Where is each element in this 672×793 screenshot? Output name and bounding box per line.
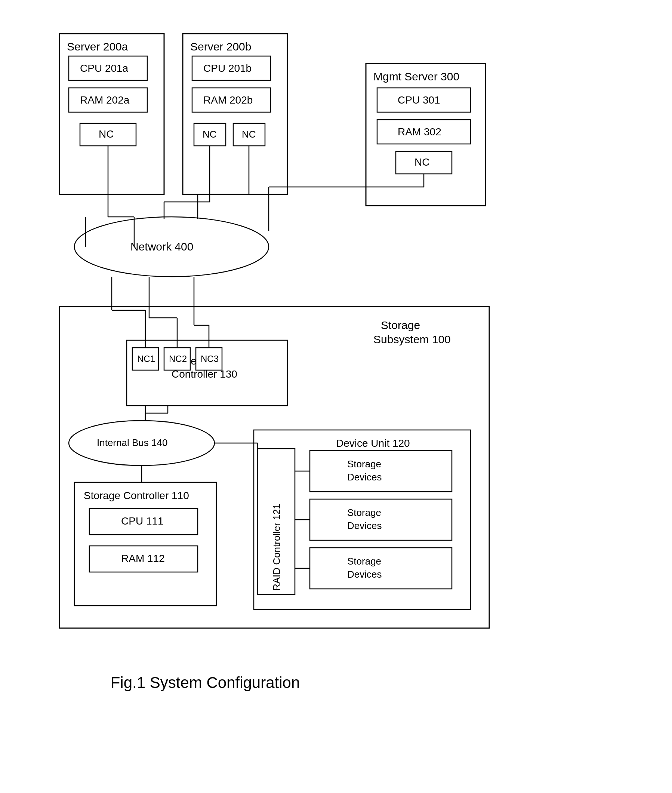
storage-controller-label: Storage Controller 110 bbox=[84, 490, 189, 501]
storage-subsystem-label2: Subsystem 100 bbox=[373, 333, 451, 346]
system-diagram: text { font-family: Arial, sans-serif; f… bbox=[37, 15, 635, 725]
server-200b-label: Server 200b bbox=[190, 40, 251, 53]
internal-bus-label: Internal Bus 140 bbox=[97, 437, 168, 448]
storage-subsystem-label1: Storage bbox=[381, 319, 420, 331]
nc-200b1-label: NC bbox=[203, 129, 217, 140]
ram-302-label: RAM 302 bbox=[398, 126, 442, 138]
fig-caption: Fig.1 System Configuration bbox=[110, 674, 300, 691]
ram-112-label: RAM 112 bbox=[121, 553, 165, 564]
storage-devices-3-label1: Storage bbox=[347, 556, 381, 567]
storage-devices-3-box bbox=[310, 548, 452, 589]
storage-devices-3-label2: Devices bbox=[347, 569, 382, 580]
cpu-301-label: CPU 301 bbox=[398, 94, 440, 106]
nc-200b2-label: NC bbox=[242, 129, 256, 140]
cpu-201a-label: CPU 201a bbox=[80, 62, 128, 74]
nc2-label: NC2 bbox=[169, 354, 187, 364]
storage-devices-2-box bbox=[310, 499, 452, 540]
cpu-201b-label: CPU 201b bbox=[203, 62, 251, 74]
nc-200a-label: NC bbox=[99, 128, 114, 140]
storage-devices-1-label2: Devices bbox=[347, 471, 382, 483]
nc3-label: NC3 bbox=[201, 354, 219, 364]
nc-300-label: NC bbox=[414, 156, 429, 168]
ram-202a-label: RAM 202a bbox=[80, 94, 130, 106]
raid-controller-label: RAID Controller 121 bbox=[271, 504, 282, 591]
nc1-label: NC1 bbox=[137, 354, 155, 364]
storage-devices-2-label2: Devices bbox=[347, 520, 382, 531]
network-400-label: Network 400 bbox=[130, 240, 193, 253]
storage-devices-1-label1: Storage bbox=[347, 458, 381, 469]
storage-devices-2-label1: Storage bbox=[347, 507, 381, 518]
server-200a-label: Server 200a bbox=[67, 40, 128, 53]
device-unit-label: Device Unit 120 bbox=[336, 437, 410, 449]
mgmt-server-300-label: Mgmt Server 300 bbox=[373, 70, 459, 83]
cpu-111-label: CPU 111 bbox=[121, 515, 164, 527]
ram-202b-label: RAM 202b bbox=[203, 94, 253, 106]
diagram-container: text { font-family: Arial, sans-serif; f… bbox=[37, 15, 635, 727]
storage-devices-1-box bbox=[310, 450, 452, 492]
